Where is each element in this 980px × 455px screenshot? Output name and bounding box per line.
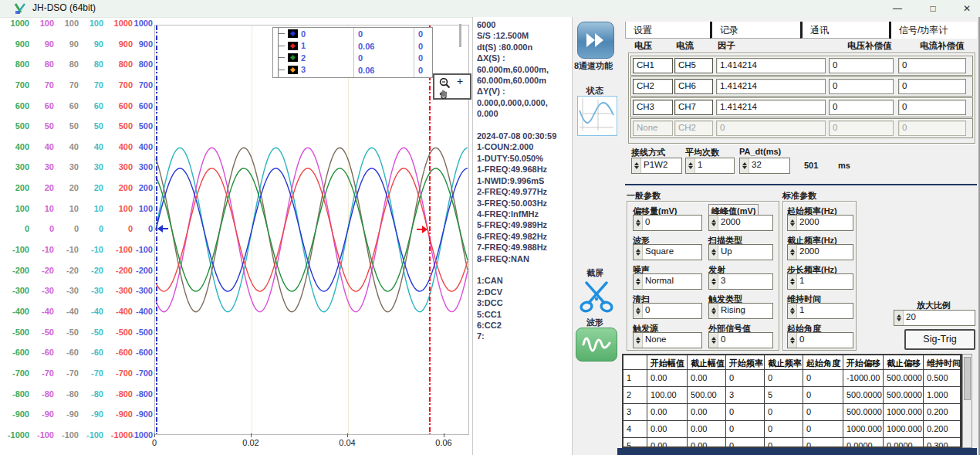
close-button[interactable]: ✕: [954, 0, 980, 17]
std-param-1[interactable]: 2000: [787, 215, 853, 231]
channel-current-field[interactable]: CH7: [674, 100, 713, 115]
gen-param-4-2[interactable]: Rising: [708, 303, 773, 319]
table-scrollbar[interactable]: [962, 354, 972, 448]
legend-row-2[interactable]: 2: [273, 52, 432, 64]
stepper-arrows[interactable]: [634, 333, 643, 348]
stepper-arrows[interactable]: [709, 216, 718, 230]
cursor-red[interactable]: [429, 25, 431, 434]
stepper-arrows[interactable]: [788, 245, 797, 260]
zoom-scale-stepper[interactable]: 20: [894, 310, 975, 326]
channel-current-field[interactable]: CH5: [674, 58, 713, 73]
stepper-arrows[interactable]: [632, 158, 641, 173]
hand-pan-icon[interactable]: [438, 88, 449, 99]
table-row-2[interactable]: 2100.00500.00350500.0000500.00001.000: [623, 387, 961, 404]
scissors-icon[interactable]: [579, 280, 614, 314]
channel-i_comp-field[interactable]: 0: [898, 58, 966, 73]
legend-row-0[interactable]: 0: [273, 28, 432, 40]
gen-param-3-1[interactable]: Normal: [633, 273, 702, 290]
stepper-arrows[interactable]: [709, 245, 718, 260]
measurement-line: 7:: [477, 331, 572, 341]
channel-factor-field[interactable]: 1.414214: [716, 79, 826, 94]
waveform-label: 波形: [586, 317, 603, 328]
table-cell: 0.00: [647, 404, 688, 421]
stepper-arrows[interactable]: [740, 158, 749, 173]
gen-param-1-2[interactable]: 2000: [708, 215, 773, 231]
gen-param-2-1[interactable]: Square: [633, 244, 702, 260]
wiring-stepper-3[interactable]: 32: [739, 158, 790, 174]
y-tick-label: 90: [32, 39, 54, 49]
channel-factor-field[interactable]: 1.414214: [716, 100, 826, 115]
tab-1[interactable]: 设置: [625, 22, 710, 39]
table-row-4[interactable]: 40.000.000001000.0001000.0000.200: [623, 421, 961, 438]
y-tick-label: 30: [57, 162, 79, 172]
y-tick-label: -700: [108, 368, 133, 379]
sig-trig-button[interactable]: Sig-Trig: [904, 329, 975, 350]
stepper-arrows[interactable]: [634, 245, 643, 260]
plot-scrollbar[interactable]: [459, 24, 461, 47]
stepper-arrows[interactable]: [788, 274, 797, 289]
gen-param-2-2[interactable]: Up: [708, 244, 773, 260]
table-row-5[interactable]: 50.000.000000.00000.00000.300: [623, 438, 961, 448]
table-cell: 4: [623, 421, 647, 438]
stepper-arrows[interactable]: [709, 304, 718, 318]
channel-voltage-field[interactable]: CH2: [633, 79, 673, 94]
channel-current-field[interactable]: CH6: [674, 79, 713, 94]
stepper-arrows[interactable]: [788, 216, 797, 230]
plus-icon[interactable]: +: [457, 75, 463, 87]
channel-v_comp-field[interactable]: 0: [829, 79, 894, 94]
stepper-arrows[interactable]: [788, 333, 797, 348]
stepper-arrows[interactable]: [709, 333, 718, 348]
tab-3[interactable]: 通讯: [800, 22, 889, 39]
table-cell: 500.00: [688, 387, 726, 404]
channel-v_comp-field[interactable]: 0: [829, 58, 894, 73]
waveform-button[interactable]: [576, 328, 617, 362]
wiring-stepper-2[interactable]: 1: [685, 158, 735, 174]
table-scrollbar-thumb[interactable]: [964, 357, 971, 400]
stepper-arrows[interactable]: [634, 274, 643, 289]
table-cell: 0.00: [688, 404, 726, 421]
status-label: 状态: [586, 85, 603, 97]
y-tick-label: -80: [32, 389, 54, 399]
plot-legend[interactable]: 01234 000.060000.060: [272, 27, 433, 78]
segment-table[interactable]: 开始幅值截止幅值开始频率截止频率起始角度开始偏移截止偏移维持时间10.000.0…: [622, 354, 962, 448]
legend-row-3[interactable]: 3: [273, 64, 432, 76]
status-waveform-indicator[interactable]: [577, 96, 617, 136]
gen-param-4-1[interactable]: 0: [633, 303, 702, 319]
channel-i_comp-field[interactable]: 0: [898, 100, 966, 115]
tab-2[interactable]: 记录: [710, 22, 800, 39]
channel-voltage-field[interactable]: CH1: [633, 58, 673, 73]
waveform-plot[interactable]: 01234 000.060000.060 +: [154, 25, 469, 435]
gen-param-5-2[interactable]: 0: [708, 332, 773, 348]
tab-4[interactable]: 信号/功率计: [889, 22, 977, 39]
y-tick-label: 800: [131, 59, 153, 70]
eight-channel-button[interactable]: [577, 22, 614, 59]
gen-param-5-1[interactable]: None: [633, 332, 702, 348]
stepper-arrows[interactable]: [894, 311, 904, 325]
channel-factor-field[interactable]: 1.414214: [716, 58, 826, 73]
y-tick-label: 10: [57, 204, 79, 214]
std-param-3[interactable]: 1: [787, 273, 853, 290]
channel-voltage-field[interactable]: CH3: [633, 100, 673, 115]
stepper-arrows[interactable]: [634, 216, 643, 230]
legend-row-4[interactable]: 4: [273, 76, 432, 78]
screenshot-label: 截屏: [586, 267, 603, 279]
minimize-button[interactable]: —: [884, 0, 911, 17]
stepper-arrows[interactable]: [686, 158, 695, 173]
gen-param-1-1[interactable]: 0: [633, 215, 702, 231]
channel-i_comp-field[interactable]: 0: [898, 79, 966, 94]
std-param-2[interactable]: 2000: [787, 244, 853, 260]
std-param-4[interactable]: 1: [787, 303, 853, 319]
stepper-arrows[interactable]: [788, 304, 797, 318]
legend-row-1[interactable]: 1: [273, 40, 432, 53]
y-tick-label: -300: [2, 286, 29, 296]
channel-v_comp-field[interactable]: 0: [829, 100, 894, 115]
stepper-arrows[interactable]: [709, 274, 718, 289]
stepper-arrows[interactable]: [634, 304, 643, 318]
table-row-3[interactable]: 30.000.00000500.00001000.0000.200: [623, 404, 961, 421]
maximize-button[interactable]: □: [920, 0, 946, 17]
table-row-1[interactable]: 10.000.00000-1000.00500.00000.500: [623, 370, 961, 387]
wiring-stepper-1[interactable]: P1W2: [631, 158, 682, 174]
gen-param-3-2[interactable]: 3: [708, 273, 773, 290]
y-tick-label: -100: [2, 245, 29, 255]
std-param-5[interactable]: 0: [787, 332, 853, 348]
